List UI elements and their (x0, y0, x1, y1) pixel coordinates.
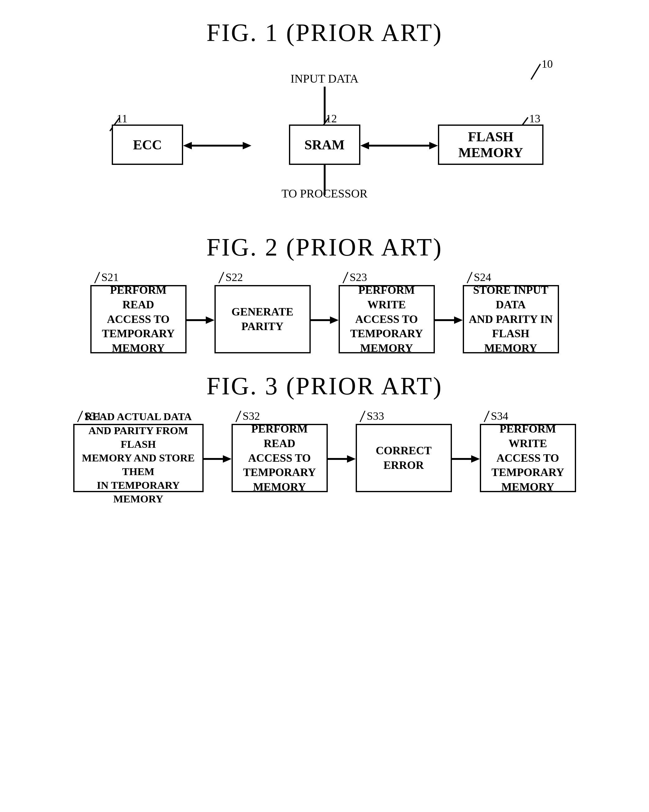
ref-label: S32 (243, 409, 260, 423)
step-box-S34: PERFORM WRITE ACCESS TO TEMPORARY MEMORY (480, 424, 576, 492)
ref-label: S23 (350, 271, 367, 284)
ref-slash-icon (465, 272, 474, 284)
step-S34: S34PERFORM WRITE ACCESS TO TEMPORARY MEM… (480, 409, 576, 492)
to-processor-label: TO PROCESSOR (282, 187, 367, 200)
arrow-2 (452, 454, 480, 464)
step-box-S21: PERFORM READ ACCESS TO TEMPORARY MEMORY (90, 285, 187, 353)
svg-line-23 (467, 272, 472, 283)
step-S31: S31READ ACTUAL DATA AND PARITY FROM FLAS… (73, 409, 204, 492)
svg-line-20 (343, 272, 348, 283)
svg-line-30 (360, 411, 365, 422)
ref-slash-icon (93, 272, 102, 284)
ref-slash-icon (358, 410, 367, 423)
fig2-title: FIG. 2 (PRIOR ART) (25, 233, 624, 261)
flow-arrow-svg (187, 316, 215, 325)
svg-marker-10 (360, 142, 369, 150)
fig1-title: FIG. 1 (PRIOR ART) (25, 18, 624, 47)
ref-label: S34 (491, 409, 509, 423)
step-box-S23: PERFORM WRITE ACCESS TO TEMPORARY MEMORY (339, 285, 435, 353)
fig1-section: FIG. 1 (PRIOR ART) 10 INPUT DATA 11 12 (25, 18, 624, 215)
fig1-diagram: 10 INPUT DATA 11 12 13 (25, 53, 624, 215)
fig2-section: FIG. 2 (PRIOR ART) S21PERFORM READ ACCES… (25, 233, 624, 353)
ecc-sram-arrow (183, 141, 251, 150)
ref-slash-icon (217, 272, 225, 284)
ref-S23: S23 (341, 271, 367, 284)
fig2-diagram: S21PERFORM READ ACCESS TO TEMPORARY MEMO… (25, 271, 624, 353)
step-box-S32: PERFORM READ ACCESS TO TEMPORARY MEMORY (232, 424, 328, 492)
svg-line-17 (219, 272, 224, 283)
arrow-0 (187, 316, 215, 325)
fig3-title: FIG. 3 (PRIOR ART) (25, 372, 624, 400)
ref-label: S33 (367, 409, 384, 423)
flash-box: FLASH MEMORY (438, 125, 544, 165)
svg-line-0 (531, 64, 540, 79)
step-S32: S32PERFORM READ ACCESS TO TEMPORARY MEMO… (232, 409, 328, 492)
step-S24: S24STORE INPUT DATA AND PARITY IN FLASH … (463, 271, 559, 353)
flow-arrow-svg (204, 454, 232, 464)
step-box-S22: GENERATE PARITY (215, 285, 311, 353)
svg-marker-19 (330, 316, 339, 324)
ref-slash-icon (482, 410, 491, 423)
flow-arrow-svg (435, 316, 463, 325)
svg-marker-16 (206, 316, 215, 324)
ecc-box: ECC (112, 125, 183, 165)
fig3-section: FIG. 3 (PRIOR ART) S31READ ACTUAL DATA A… (25, 372, 624, 492)
step-box-S31: READ ACTUAL DATA AND PARITY FROM FLASH M… (73, 424, 204, 492)
ref-label: S24 (474, 271, 491, 284)
step-S22: S22GENERATE PARITY (215, 271, 311, 353)
ref-S24: S24 (465, 271, 491, 284)
step-box-S33: CORRECT ERROR (356, 424, 452, 492)
step-S21: S21PERFORM READ ACCESS TO TEMPORARY MEMO… (90, 271, 187, 353)
sram-box: SRAM (289, 125, 360, 165)
svg-marker-11 (429, 142, 438, 150)
input-data-label: INPUT DATA (291, 72, 358, 85)
arrow-1 (311, 316, 339, 325)
ref-S33: S33 (358, 409, 384, 423)
flow-arrow-svg (452, 454, 480, 464)
arrow-2 (435, 316, 463, 325)
svg-line-27 (236, 411, 241, 422)
arrow-0 (204, 454, 232, 464)
step-S23: S23PERFORM WRITE ACCESS TO TEMPORARY MEM… (339, 271, 435, 353)
ref-10-slash (528, 63, 544, 81)
svg-line-33 (484, 411, 489, 422)
ref-label: S21 (102, 271, 119, 284)
flow-arrow-svg (311, 316, 339, 325)
svg-marker-22 (454, 316, 463, 324)
svg-marker-32 (471, 455, 480, 462)
ref-S34: S34 (482, 409, 509, 423)
step-S33: S33CORRECT ERROR (356, 409, 452, 492)
ref-S32: S32 (234, 409, 260, 423)
step-box-S24: STORE INPUT DATA AND PARITY IN FLASH MEM… (463, 285, 559, 353)
arrow-1 (328, 454, 356, 464)
ref-S21: S21 (93, 271, 119, 284)
svg-marker-7 (183, 142, 192, 150)
page: FIG. 1 (PRIOR ART) 10 INPUT DATA 11 12 (0, 0, 649, 812)
sram-flash-arrow (360, 141, 438, 150)
ref-slash-icon (341, 272, 350, 284)
ref-slash-icon (234, 410, 243, 423)
svg-marker-29 (347, 455, 356, 462)
fig3-diagram: S31READ ACTUAL DATA AND PARITY FROM FLAS… (25, 409, 624, 492)
ref-label: S22 (225, 271, 243, 284)
svg-marker-26 (223, 455, 232, 462)
svg-marker-8 (243, 142, 251, 150)
svg-line-14 (94, 272, 100, 283)
flow-arrow-svg (328, 454, 356, 464)
ref-S22: S22 (217, 271, 243, 284)
